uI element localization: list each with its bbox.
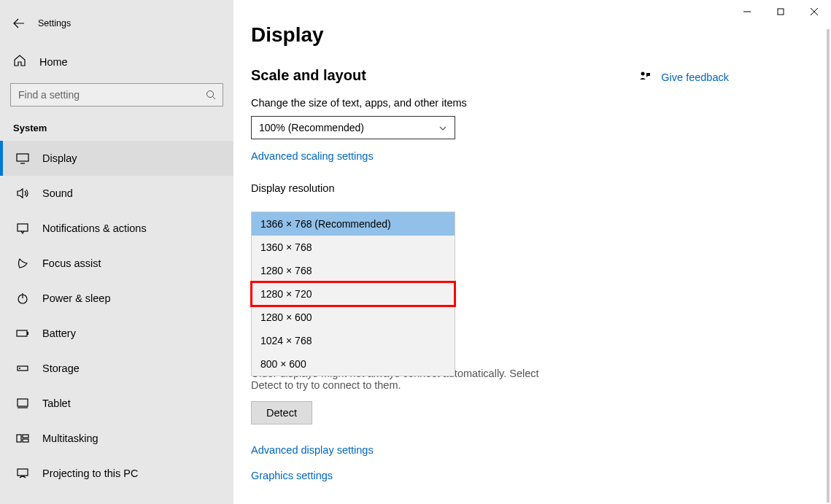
- nav-item-label: Notifications & actions: [42, 222, 147, 234]
- app-title: Settings: [38, 18, 71, 28]
- nav-item-notifications-actions[interactable]: Notifications & actions: [0, 211, 233, 246]
- category-heading: System: [0, 118, 233, 141]
- advanced-display-link[interactable]: Advanced display settings: [251, 444, 374, 456]
- focus-assist-icon: [16, 257, 29, 270]
- storage-icon: [16, 362, 29, 375]
- svg-rect-18: [778, 9, 784, 15]
- svg-rect-4: [18, 224, 28, 231]
- chevron-down-icon: [438, 123, 447, 132]
- nav-item-label: Power & sleep: [42, 292, 111, 304]
- nav-item-power-sleep[interactable]: Power & sleep: [0, 281, 233, 316]
- svg-rect-14: [23, 435, 28, 438]
- nav-item-label: Sound: [42, 187, 73, 199]
- svg-rect-16: [18, 469, 28, 476]
- tablet-icon: [16, 397, 29, 410]
- svg-rect-2: [17, 154, 28, 161]
- nav-item-label: Tablet: [42, 398, 71, 409]
- resolution-label: Display resolution: [251, 182, 831, 194]
- nav-item-multitasking[interactable]: Multitasking: [0, 421, 233, 456]
- scale-label: Change the size of text, apps, and other…: [251, 97, 831, 109]
- nav-item-projecting-to-this-pc[interactable]: Projecting to this PC: [0, 456, 233, 491]
- resolution-option[interactable]: 1360 × 768: [252, 236, 455, 259]
- nav-item-label: Display: [42, 152, 77, 164]
- nav-item-label: Projecting to this PC: [42, 468, 138, 479]
- give-feedback-link[interactable]: Give feedback: [639, 70, 729, 85]
- svg-rect-11: [18, 399, 28, 406]
- svg-point-21: [641, 72, 645, 76]
- nav-item-sound[interactable]: Sound: [0, 176, 233, 211]
- display-icon: [16, 152, 29, 165]
- nav-item-label: Focus assist: [42, 257, 101, 269]
- feedback-label: Give feedback: [661, 71, 729, 83]
- close-button[interactable]: [797, 0, 831, 23]
- multitasking-icon: [16, 432, 29, 445]
- svg-rect-13: [17, 435, 21, 442]
- resolution-option[interactable]: 1024 × 768: [252, 329, 455, 352]
- svg-rect-8: [27, 332, 28, 335]
- scrollbar[interactable]: [827, 29, 830, 503]
- nav-item-label: Multitasking: [42, 433, 98, 444]
- page-title: Display: [251, 23, 831, 47]
- scale-value: 100% (Recommended): [259, 122, 364, 133]
- scale-dropdown[interactable]: 100% (Recommended): [251, 116, 455, 139]
- resolution-dropdown-list[interactable]: 1366 × 768 (Recommended)1360 × 7681280 ×…: [251, 212, 455, 376]
- svg-point-10: [19, 368, 20, 369]
- resolution-option[interactable]: 1280 × 720: [252, 282, 455, 306]
- resolution-option[interactable]: 1280 × 768: [252, 259, 455, 282]
- advanced-scaling-link[interactable]: Advanced scaling settings: [251, 150, 374, 162]
- graphics-settings-link[interactable]: Graphics settings: [251, 470, 333, 481]
- detect-button[interactable]: Detect: [251, 401, 312, 424]
- nav-item-storage[interactable]: Storage: [0, 351, 233, 386]
- section-scale-layout: Scale and layout: [251, 67, 831, 84]
- nav-home-label: Home: [39, 56, 68, 68]
- resolution-option[interactable]: 800 × 600: [252, 352, 455, 376]
- minimize-button[interactable]: [730, 0, 764, 23]
- nav-item-label: Storage: [42, 363, 80, 374]
- battery-icon: [16, 327, 29, 340]
- resolution-option[interactable]: 1280 × 600: [252, 306, 455, 329]
- nav-item-label: Battery: [42, 327, 76, 339]
- nav-home[interactable]: Home: [10, 48, 223, 77]
- back-button[interactable]: [13, 18, 25, 29]
- nav-item-tablet[interactable]: Tablet: [0, 386, 233, 421]
- svg-rect-15: [23, 439, 28, 442]
- nav-item-battery[interactable]: Battery: [0, 316, 233, 351]
- nav-item-display[interactable]: Display: [0, 141, 233, 176]
- nav-item-focus-assist[interactable]: Focus assist: [0, 246, 233, 281]
- resolution-option[interactable]: 1366 × 768 (Recommended): [252, 212, 455, 236]
- projecting-to-this-pc-icon: [16, 467, 29, 480]
- home-icon: [13, 54, 26, 70]
- svg-rect-7: [17, 330, 27, 336]
- search-input[interactable]: [10, 83, 223, 106]
- notifications-actions-icon: [16, 222, 29, 235]
- sound-icon: [16, 187, 29, 200]
- power-sleep-icon: [16, 292, 29, 305]
- feedback-icon: [639, 70, 651, 85]
- maximize-button[interactable]: [764, 0, 797, 23]
